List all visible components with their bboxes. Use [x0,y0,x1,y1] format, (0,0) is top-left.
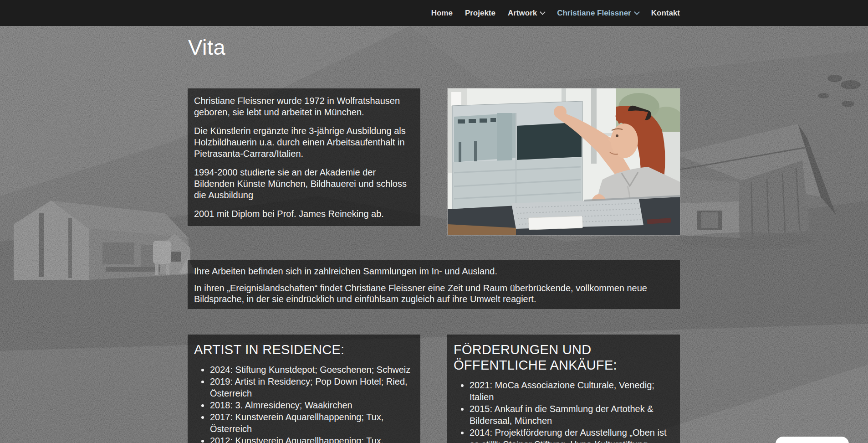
lists-row: ARTIST IN RESIDENCE: 2024: Stiftung Kuns… [188,335,680,443]
chevron-down-icon [540,9,546,15]
list-item: 2012: Kunstverein Aquarellhappening; Tux… [210,435,414,443]
intro-paragraph: 2001 mit Diplom bei Prof. James Reinekin… [194,208,414,220]
chevron-down-icon [634,9,640,15]
funding-list: 2021: MoCa Associazione Culturale, Vened… [454,379,674,443]
list-item: 2024: Stiftung Kunstdepot; Goeschenen; S… [210,364,414,376]
list-item: 2018: 3. Almresidency; Waakirchen [210,399,414,411]
intro-paragraph: 1994-2000 studierte sie an der Akademie … [194,167,414,201]
intro-row: Christiane Fleissner wurde 1972 in Wolfr… [188,88,680,235]
list-item: 2019: Artist in Residency; Pop Down Hote… [210,376,414,399]
nav-item-home[interactable]: Home [431,9,453,18]
collections-paragraph: Ihre Arbeiten befinden sich in zahlreich… [194,266,674,277]
collections-box: Ihre Arbeiten befinden sich in zahlreich… [188,260,680,309]
intro-paragraph: Die Künstlerin ergänzte ihre 3-jährige A… [194,125,414,160]
list-item: 2017: Kunstverein Aquarellhappening; Tux… [210,411,414,435]
residence-title: ARTIST IN RESIDENCE: [194,342,414,357]
page-title: Vita [188,35,225,60]
studio-photo [448,88,680,235]
residence-list: 2024: Stiftung Kunstdepot; Goeschenen; S… [194,364,414,443]
residence-box: ARTIST IN RESIDENCE: 2024: Stiftung Kuns… [188,335,420,443]
nav-item-artwork[interactable]: Artwork [508,9,545,18]
collections-paragraph: In ihren „Ereignislandschaften“ findet C… [194,283,674,304]
bottom-right-pill-button[interactable] [776,437,849,443]
nav-item-kontakt[interactable]: Kontakt [651,9,680,18]
list-item: 2021: MoCa Associazione Culturale, Vened… [470,379,674,403]
nav-item-projekte[interactable]: Projekte [465,9,495,18]
list-item: 2015: Ankauf in die Sammlung der Artothe… [470,403,674,427]
intro-box: Christiane Fleissner wurde 1972 in Wolfr… [188,88,420,226]
intro-paragraph: Christiane Fleissner wurde 1972 in Wolfr… [194,95,414,118]
top-nav: Home Projekte Artwork Christiane Fleissn… [0,0,868,26]
nav-list: Home Projekte Artwork Christiane Fleissn… [431,0,680,26]
list-item: 2014: Projektförderung der Ausstellung „… [470,427,674,443]
funding-title: FÖRDERUNGEN UND ÖFFENTLICHE ANKÄUFE: [454,342,674,373]
funding-box: FÖRDERUNGEN UND ÖFFENTLICHE ANKÄUFE: 202… [447,335,680,443]
nav-item-christiane-fleissner[interactable]: Christiane Fleissner [557,9,639,18]
